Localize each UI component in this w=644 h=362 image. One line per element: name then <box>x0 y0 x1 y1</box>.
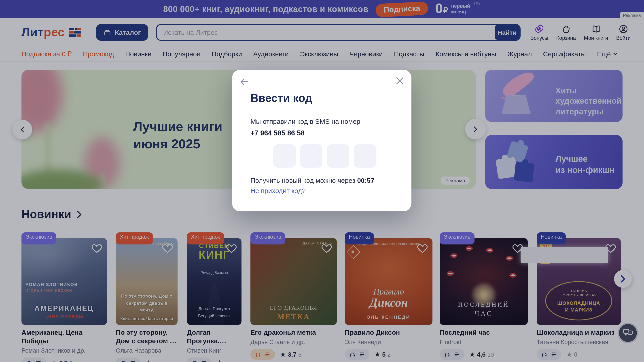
sms-code-input-3[interactable] <box>327 144 349 168</box>
close-icon[interactable] <box>395 76 404 85</box>
back-arrow-icon[interactable] <box>239 76 250 87</box>
litres-page: 800 000+ книг, аудиокниг, подкастов и ко… <box>0 0 644 362</box>
resend-timer-text: Получить новый код можно через 00:57 <box>250 177 374 184</box>
sms-code-inputs <box>273 144 376 168</box>
modal-message: Мы отправили код в SMS на номер +7 964 5… <box>250 117 360 138</box>
code-not-received-link[interactable]: Не приходит код? <box>250 187 306 194</box>
sms-code-input-1[interactable] <box>273 144 296 168</box>
timer-value: 00:57 <box>357 177 374 184</box>
enter-code-modal: Ввести код Мы отправили код в SMS на ном… <box>232 70 412 211</box>
modal-title: Ввести код <box>250 92 312 105</box>
phone-number: +7 964 585 86 58 <box>250 128 360 138</box>
sms-code-input-4[interactable] <box>354 144 376 168</box>
sms-code-input-2[interactable] <box>300 144 322 168</box>
